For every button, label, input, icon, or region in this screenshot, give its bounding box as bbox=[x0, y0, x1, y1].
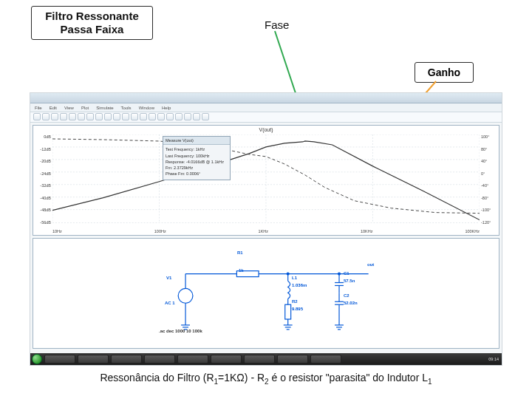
measure-row: Phase Fm: 0.0006° bbox=[166, 171, 228, 177]
value-r2: 9.895 bbox=[292, 307, 303, 311]
label-out: out bbox=[367, 262, 374, 267]
xtick: 100Hz bbox=[154, 229, 166, 233]
ltspice-window: File Edit View Plot Simulate Tools Windo… bbox=[30, 92, 502, 366]
bode-plot-svg bbox=[52, 134, 480, 223]
menu-help[interactable]: Help bbox=[162, 106, 171, 110]
fase-label: Fase bbox=[265, 18, 289, 31]
toolbar-button[interactable] bbox=[104, 113, 112, 120]
menubar[interactable]: File Edit View Plot Simulate Tools Windo… bbox=[30, 103, 502, 112]
label-l1: L1 bbox=[292, 276, 297, 280]
toolbar-button[interactable] bbox=[51, 113, 58, 120]
value-c1: 57.5n bbox=[344, 279, 355, 283]
ytick: -32dB bbox=[35, 183, 51, 188]
schematic-pane[interactable]: R1 1k L1 1.036m R2 9.895 C1 57.5n C2 52.… bbox=[33, 238, 499, 349]
toolbar-button[interactable] bbox=[95, 113, 103, 120]
window-titlebar bbox=[30, 93, 502, 103]
value-c2: 52.02n bbox=[344, 301, 358, 305]
taskbar-item[interactable] bbox=[44, 355, 75, 364]
xtick: 10KHz bbox=[361, 229, 373, 233]
toolbar-button[interactable] bbox=[69, 113, 76, 120]
toolbar-button[interactable] bbox=[78, 113, 85, 120]
menu-file[interactable]: File bbox=[35, 106, 42, 110]
bode-plot-pane[interactable]: V(out) 0dB -12dB -20dB -24dB -32dB -40dB… bbox=[33, 125, 499, 236]
measure-row: Last Frequency: 100kHz bbox=[166, 153, 228, 159]
label-r1: R1 bbox=[237, 250, 243, 255]
toolbar-button[interactable] bbox=[86, 113, 94, 120]
toolbar-button[interactable] bbox=[157, 113, 165, 120]
taskbar-item[interactable] bbox=[144, 355, 175, 364]
value-l1: 1.036m bbox=[292, 283, 307, 287]
ytick: -56dB bbox=[35, 220, 51, 225]
ytick: -40° bbox=[481, 183, 497, 188]
taskbar-item[interactable] bbox=[78, 355, 109, 364]
toolbar-button[interactable] bbox=[202, 113, 209, 120]
ytick: 40° bbox=[481, 159, 497, 163]
toolbar-button[interactable] bbox=[166, 113, 174, 120]
ytick: -80° bbox=[481, 196, 497, 200]
caption-text: =1KΩ) - R bbox=[218, 372, 265, 383]
measure-row: Test Frequency: 1kHz bbox=[166, 146, 228, 152]
sub-3: 1 bbox=[428, 378, 432, 386]
menu-plot[interactable]: Plot bbox=[81, 106, 89, 110]
svg-rect-27 bbox=[285, 304, 291, 319]
ytick: -24dB bbox=[35, 171, 51, 176]
taskbar-item[interactable] bbox=[277, 355, 308, 364]
ytick: 80° bbox=[481, 147, 497, 151]
toolbar-button[interactable] bbox=[184, 113, 191, 120]
windows-taskbar[interactable]: 09:14 bbox=[30, 353, 502, 365]
menu-view[interactable]: View bbox=[64, 106, 74, 110]
measure-header: Measure V(out) bbox=[163, 137, 230, 145]
menu-simulate[interactable]: Simulate bbox=[96, 106, 113, 110]
label-v1: V1 bbox=[166, 276, 171, 280]
caption-text: é o resistor "parasita" do Indutor L bbox=[269, 372, 428, 383]
menu-edit[interactable]: Edit bbox=[50, 106, 57, 110]
taskbar-item[interactable] bbox=[211, 355, 242, 364]
taskbar-item[interactable] bbox=[111, 355, 142, 364]
xtick: 1KHz bbox=[259, 229, 268, 233]
menu-window[interactable]: Window bbox=[139, 106, 154, 110]
toolbar-button[interactable] bbox=[60, 113, 67, 120]
toolbar-button[interactable] bbox=[131, 113, 138, 120]
svg-point-15 bbox=[178, 288, 193, 303]
toolbar-button[interactable] bbox=[42, 113, 50, 120]
toolbar[interactable] bbox=[30, 112, 502, 123]
ytick: -40dB bbox=[35, 196, 51, 200]
label-r2: R2 bbox=[292, 299, 298, 304]
taskbar-item[interactable] bbox=[177, 355, 208, 364]
taskbar-item[interactable] bbox=[244, 355, 275, 364]
title-line-1: Filtro Ressonante bbox=[45, 10, 139, 23]
ytick: 0dB bbox=[35, 134, 51, 139]
measure-dialog[interactable]: Measure V(out) Test Frequency: 1kHz Last… bbox=[163, 136, 231, 180]
toolbar-button[interactable] bbox=[33, 113, 41, 120]
plot-trace-name: V(out) bbox=[259, 127, 273, 132]
caption-text: Ressonância do Filtro (R bbox=[100, 372, 214, 383]
measure-row: Response: -4.0166dB @ 1.1kHz bbox=[166, 159, 228, 165]
ytick: -120° bbox=[481, 220, 497, 225]
toolbar-button[interactable] bbox=[193, 113, 200, 120]
ytick: -20dB bbox=[35, 159, 51, 163]
spice-directive: .ac dec 1000 10 100k bbox=[159, 329, 202, 333]
y-axis-left: 0dB -12dB -20dB -24dB -32dB -40dB -48dB … bbox=[35, 134, 51, 225]
label-c1: C1 bbox=[344, 271, 349, 276]
measure-row: Fm: 2.3729kHz bbox=[166, 165, 228, 171]
slide-caption: Ressonância do Filtro (R1=1KΩ) - R2 é o … bbox=[0, 372, 532, 386]
taskbar-item[interactable] bbox=[310, 355, 341, 364]
title-box: Filtro Ressonante Passa Faixa bbox=[31, 6, 153, 40]
schematic-svg bbox=[39, 245, 493, 344]
ytick: -12dB bbox=[35, 147, 51, 151]
toolbar-button[interactable] bbox=[122, 113, 129, 120]
y-axis-right: 100° 80° 40° 0° -40° -80° -100° -120° bbox=[481, 134, 497, 225]
toolbar-button[interactable] bbox=[149, 113, 156, 120]
toolbar-button[interactable] bbox=[175, 113, 183, 120]
clock[interactable]: 09:14 bbox=[488, 357, 499, 361]
x-axis: 10Hz 100Hz 1KHz 10KHz 100KHz bbox=[52, 229, 480, 233]
title-line-2: Passa Faixa bbox=[61, 23, 124, 36]
menu-tools[interactable]: Tools bbox=[121, 106, 132, 110]
xtick: 100KHz bbox=[465, 229, 480, 233]
ytick: 0° bbox=[481, 171, 497, 176]
toolbar-button[interactable] bbox=[113, 113, 120, 120]
ganho-box: Ganho bbox=[415, 62, 474, 83]
start-button-icon[interactable] bbox=[32, 354, 42, 364]
toolbar-button[interactable] bbox=[140, 113, 147, 120]
ganho-text: Ganho bbox=[428, 66, 460, 78]
